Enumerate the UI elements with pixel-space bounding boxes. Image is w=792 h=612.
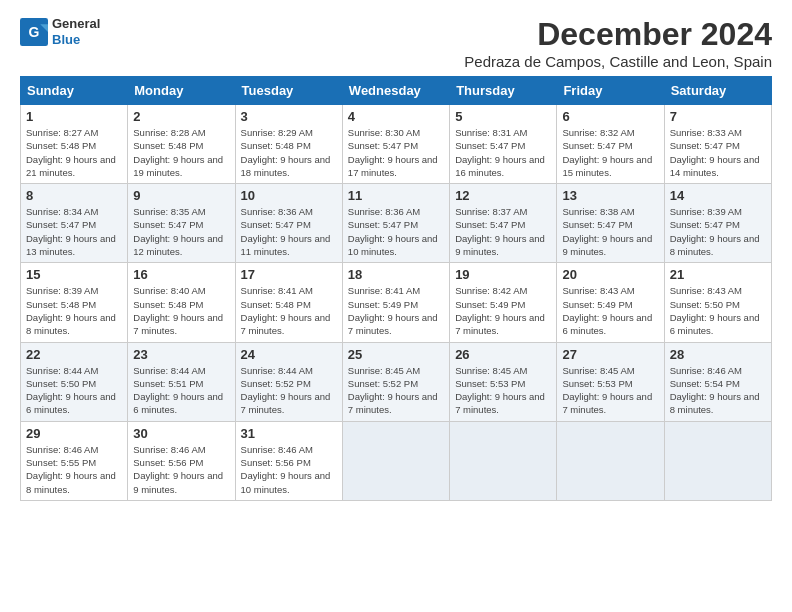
calendar-header-friday: Friday	[557, 77, 664, 105]
cell-info: Sunrise: 8:40 AMSunset: 5:48 PMDaylight:…	[133, 284, 229, 337]
cell-info: Sunrise: 8:27 AMSunset: 5:48 PMDaylight:…	[26, 126, 122, 179]
calendar-cell: 21Sunrise: 8:43 AMSunset: 5:50 PMDayligh…	[664, 263, 771, 342]
calendar-cell: 3Sunrise: 8:29 AMSunset: 5:48 PMDaylight…	[235, 105, 342, 184]
calendar-cell: 10Sunrise: 8:36 AMSunset: 5:47 PMDayligh…	[235, 184, 342, 263]
cell-info: Sunrise: 8:35 AMSunset: 5:47 PMDaylight:…	[133, 205, 229, 258]
calendar-table: SundayMondayTuesdayWednesdayThursdayFrid…	[20, 76, 772, 501]
cell-info: Sunrise: 8:45 AMSunset: 5:52 PMDaylight:…	[348, 364, 444, 417]
day-number: 10	[241, 188, 337, 203]
cell-info: Sunrise: 8:39 AMSunset: 5:47 PMDaylight:…	[670, 205, 766, 258]
day-number: 21	[670, 267, 766, 282]
cell-info: Sunrise: 8:44 AMSunset: 5:52 PMDaylight:…	[241, 364, 337, 417]
calendar-week-row: 8Sunrise: 8:34 AMSunset: 5:47 PMDaylight…	[21, 184, 772, 263]
svg-text:G: G	[29, 23, 40, 39]
day-number: 1	[26, 109, 122, 124]
calendar-header-row: SundayMondayTuesdayWednesdayThursdayFrid…	[21, 77, 772, 105]
calendar-cell: 17Sunrise: 8:41 AMSunset: 5:48 PMDayligh…	[235, 263, 342, 342]
day-number: 28	[670, 347, 766, 362]
day-number: 18	[348, 267, 444, 282]
calendar-cell: 23Sunrise: 8:44 AMSunset: 5:51 PMDayligh…	[128, 342, 235, 421]
subtitle: Pedraza de Campos, Castille and Leon, Sp…	[464, 53, 772, 70]
day-number: 5	[455, 109, 551, 124]
cell-info: Sunrise: 8:36 AMSunset: 5:47 PMDaylight:…	[241, 205, 337, 258]
day-number: 4	[348, 109, 444, 124]
day-number: 29	[26, 426, 122, 441]
logo-icon: G	[20, 18, 48, 46]
calendar-header-sunday: Sunday	[21, 77, 128, 105]
day-number: 15	[26, 267, 122, 282]
calendar-cell: 2Sunrise: 8:28 AMSunset: 5:48 PMDaylight…	[128, 105, 235, 184]
calendar-header-thursday: Thursday	[450, 77, 557, 105]
cell-info: Sunrise: 8:46 AMSunset: 5:55 PMDaylight:…	[26, 443, 122, 496]
title-area: December 2024 Pedraza de Campos, Castill…	[464, 16, 772, 70]
cell-info: Sunrise: 8:44 AMSunset: 5:51 PMDaylight:…	[133, 364, 229, 417]
day-number: 7	[670, 109, 766, 124]
day-number: 31	[241, 426, 337, 441]
calendar-body: 1Sunrise: 8:27 AMSunset: 5:48 PMDaylight…	[21, 105, 772, 501]
day-number: 2	[133, 109, 229, 124]
calendar-cell: 8Sunrise: 8:34 AMSunset: 5:47 PMDaylight…	[21, 184, 128, 263]
calendar-cell	[342, 421, 449, 500]
cell-info: Sunrise: 8:45 AMSunset: 5:53 PMDaylight:…	[455, 364, 551, 417]
cell-info: Sunrise: 8:44 AMSunset: 5:50 PMDaylight:…	[26, 364, 122, 417]
cell-info: Sunrise: 8:32 AMSunset: 5:47 PMDaylight:…	[562, 126, 658, 179]
cell-info: Sunrise: 8:46 AMSunset: 5:54 PMDaylight:…	[670, 364, 766, 417]
calendar-cell: 6Sunrise: 8:32 AMSunset: 5:47 PMDaylight…	[557, 105, 664, 184]
cell-info: Sunrise: 8:37 AMSunset: 5:47 PMDaylight:…	[455, 205, 551, 258]
day-number: 16	[133, 267, 229, 282]
day-number: 23	[133, 347, 229, 362]
day-number: 11	[348, 188, 444, 203]
day-number: 26	[455, 347, 551, 362]
cell-info: Sunrise: 8:38 AMSunset: 5:47 PMDaylight:…	[562, 205, 658, 258]
calendar-cell: 11Sunrise: 8:36 AMSunset: 5:47 PMDayligh…	[342, 184, 449, 263]
calendar-cell: 29Sunrise: 8:46 AMSunset: 5:55 PMDayligh…	[21, 421, 128, 500]
calendar-cell: 30Sunrise: 8:46 AMSunset: 5:56 PMDayligh…	[128, 421, 235, 500]
cell-info: Sunrise: 8:45 AMSunset: 5:53 PMDaylight:…	[562, 364, 658, 417]
calendar-header-tuesday: Tuesday	[235, 77, 342, 105]
calendar-header-wednesday: Wednesday	[342, 77, 449, 105]
calendar-cell: 22Sunrise: 8:44 AMSunset: 5:50 PMDayligh…	[21, 342, 128, 421]
calendar-cell: 12Sunrise: 8:37 AMSunset: 5:47 PMDayligh…	[450, 184, 557, 263]
cell-info: Sunrise: 8:29 AMSunset: 5:48 PMDaylight:…	[241, 126, 337, 179]
cell-info: Sunrise: 8:34 AMSunset: 5:47 PMDaylight:…	[26, 205, 122, 258]
calendar-cell: 28Sunrise: 8:46 AMSunset: 5:54 PMDayligh…	[664, 342, 771, 421]
calendar-cell: 25Sunrise: 8:45 AMSunset: 5:52 PMDayligh…	[342, 342, 449, 421]
logo-text: General Blue	[52, 16, 100, 47]
day-number: 12	[455, 188, 551, 203]
calendar-cell: 13Sunrise: 8:38 AMSunset: 5:47 PMDayligh…	[557, 184, 664, 263]
calendar-week-row: 1Sunrise: 8:27 AMSunset: 5:48 PMDaylight…	[21, 105, 772, 184]
calendar-cell	[557, 421, 664, 500]
calendar-cell: 20Sunrise: 8:43 AMSunset: 5:49 PMDayligh…	[557, 263, 664, 342]
main-title: December 2024	[464, 16, 772, 53]
cell-info: Sunrise: 8:30 AMSunset: 5:47 PMDaylight:…	[348, 126, 444, 179]
day-number: 6	[562, 109, 658, 124]
cell-info: Sunrise: 8:33 AMSunset: 5:47 PMDaylight:…	[670, 126, 766, 179]
day-number: 14	[670, 188, 766, 203]
cell-info: Sunrise: 8:31 AMSunset: 5:47 PMDaylight:…	[455, 126, 551, 179]
calendar-header-saturday: Saturday	[664, 77, 771, 105]
calendar-cell: 31Sunrise: 8:46 AMSunset: 5:56 PMDayligh…	[235, 421, 342, 500]
cell-info: Sunrise: 8:36 AMSunset: 5:47 PMDaylight:…	[348, 205, 444, 258]
calendar-cell: 16Sunrise: 8:40 AMSunset: 5:48 PMDayligh…	[128, 263, 235, 342]
calendar-week-row: 15Sunrise: 8:39 AMSunset: 5:48 PMDayligh…	[21, 263, 772, 342]
day-number: 25	[348, 347, 444, 362]
day-number: 30	[133, 426, 229, 441]
logo-line1: General	[52, 16, 100, 32]
cell-info: Sunrise: 8:28 AMSunset: 5:48 PMDaylight:…	[133, 126, 229, 179]
calendar-cell: 4Sunrise: 8:30 AMSunset: 5:47 PMDaylight…	[342, 105, 449, 184]
day-number: 24	[241, 347, 337, 362]
day-number: 13	[562, 188, 658, 203]
calendar-header-monday: Monday	[128, 77, 235, 105]
page-header: G General Blue December 2024 Pedraza de …	[20, 16, 772, 70]
cell-info: Sunrise: 8:39 AMSunset: 5:48 PMDaylight:…	[26, 284, 122, 337]
day-number: 19	[455, 267, 551, 282]
cell-info: Sunrise: 8:42 AMSunset: 5:49 PMDaylight:…	[455, 284, 551, 337]
cell-info: Sunrise: 8:43 AMSunset: 5:50 PMDaylight:…	[670, 284, 766, 337]
calendar-cell: 5Sunrise: 8:31 AMSunset: 5:47 PMDaylight…	[450, 105, 557, 184]
calendar-cell: 9Sunrise: 8:35 AMSunset: 5:47 PMDaylight…	[128, 184, 235, 263]
calendar-cell: 15Sunrise: 8:39 AMSunset: 5:48 PMDayligh…	[21, 263, 128, 342]
day-number: 8	[26, 188, 122, 203]
logo: G General Blue	[20, 16, 100, 47]
day-number: 27	[562, 347, 658, 362]
calendar-week-row: 29Sunrise: 8:46 AMSunset: 5:55 PMDayligh…	[21, 421, 772, 500]
